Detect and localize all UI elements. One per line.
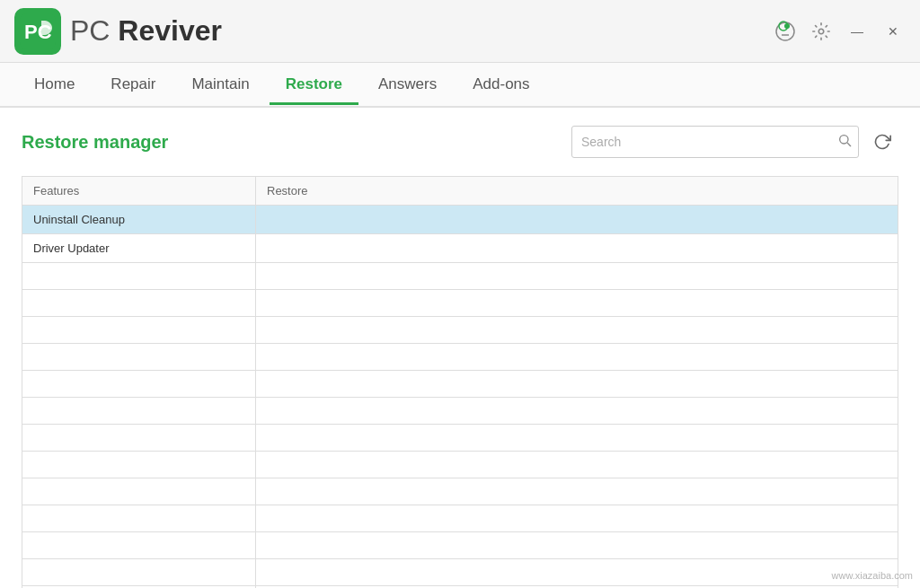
table-body: Uninstall Cleanup Driver Updater bbox=[22, 206, 898, 589]
close-button[interactable]: ✕ bbox=[880, 19, 906, 44]
empty-row bbox=[22, 263, 898, 290]
nav-item-maintain[interactable]: Maintain bbox=[175, 66, 265, 105]
refresh-icon bbox=[873, 133, 891, 151]
col-header-features: Features bbox=[22, 177, 256, 206]
app-title-bold: Reviver bbox=[118, 14, 222, 47]
empty-row bbox=[22, 452, 898, 478]
search-input[interactable] bbox=[571, 126, 859, 158]
minimize-icon: — bbox=[851, 25, 863, 38]
nav-item-repair[interactable]: Repair bbox=[94, 66, 172, 105]
title-bar: PC PC Reviver — ✕ bbox=[0, 0, 920, 63]
svg-point-6 bbox=[840, 136, 848, 144]
search-icon-button[interactable] bbox=[837, 133, 852, 151]
search-box-wrapper bbox=[571, 126, 859, 158]
feature-name-cell: Uninstall Cleanup bbox=[22, 206, 256, 234]
main-content: Restore manager bbox=[0, 108, 920, 588]
empty-row bbox=[22, 290, 898, 317]
logo-icon: PC bbox=[14, 8, 61, 55]
nav-item-answers[interactable]: Answers bbox=[362, 66, 453, 105]
features-table: Features Restore Uninstall Cleanup Drive… bbox=[22, 176, 898, 588]
minimize-button[interactable]: — bbox=[845, 19, 870, 44]
nav-bar: Home Repair Maintain Restore Answers Add… bbox=[0, 63, 920, 108]
empty-row bbox=[22, 317, 898, 344]
close-icon: ✕ bbox=[888, 24, 898, 39]
search-icon bbox=[837, 133, 852, 147]
svg-point-5 bbox=[818, 29, 824, 34]
svg-line-7 bbox=[847, 143, 850, 145]
content-header: Restore manager bbox=[22, 126, 898, 158]
settings-button[interactable] bbox=[809, 19, 834, 44]
empty-row bbox=[22, 425, 898, 452]
nav-item-restore[interactable]: Restore bbox=[270, 66, 358, 105]
app-name: PC Reviver bbox=[70, 14, 222, 48]
app-title-prefix: PC bbox=[70, 14, 118, 47]
empty-row bbox=[22, 559, 898, 586]
empty-row bbox=[22, 478, 898, 505]
help-button[interactable] bbox=[773, 19, 798, 44]
restore-cell bbox=[256, 234, 898, 263]
nav-item-home[interactable]: Home bbox=[18, 66, 91, 105]
table-row[interactable]: Driver Updater bbox=[22, 234, 898, 263]
logo-area: PC PC Reviver bbox=[14, 8, 222, 55]
nav-item-addons[interactable]: Add-ons bbox=[456, 66, 545, 105]
feature-name-cell: Driver Updater bbox=[22, 234, 256, 263]
refresh-button[interactable] bbox=[866, 126, 898, 158]
search-area bbox=[571, 126, 898, 158]
restore-cell bbox=[256, 206, 898, 234]
empty-row bbox=[22, 371, 898, 398]
col-header-restore: Restore bbox=[256, 177, 898, 206]
page-title: Restore manager bbox=[22, 132, 168, 153]
title-controls: — ✕ bbox=[773, 19, 906, 44]
empty-row bbox=[22, 505, 898, 532]
empty-row bbox=[22, 398, 898, 425]
empty-row bbox=[22, 344, 898, 371]
table-row[interactable]: Uninstall Cleanup bbox=[22, 206, 898, 234]
empty-row bbox=[22, 532, 898, 559]
